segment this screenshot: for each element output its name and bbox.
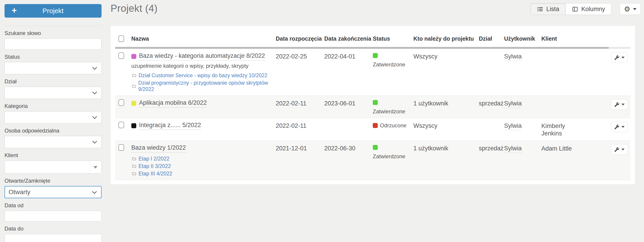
project-department [479, 52, 504, 53]
row-checkbox[interactable] [118, 122, 124, 128]
dzial-select[interactable] [4, 87, 102, 99]
table-row: Baza wiedzy - kategoria automatyzacje 8/… [115, 49, 630, 96]
status-cell: Zatwierdzone [373, 144, 414, 160]
row-checkbox[interactable] [118, 52, 124, 59]
caret-down-icon [622, 57, 624, 58]
data-od-input[interactable] [4, 210, 102, 222]
data-do-input[interactable] [4, 234, 102, 242]
subproject-link[interactable]: Etap III 4/2022 [138, 170, 172, 177]
col-kto-nalezy: Kto należy do projektu [414, 36, 479, 42]
filter-sidebar: + Projekt Szukane słowo Status Dział Kat… [0, 0, 106, 242]
project-name-link[interactable]: Aplikacja mobilna 6/2022 [139, 99, 207, 108]
end-date: 2022-06-30 [324, 144, 373, 152]
status-indicator [373, 100, 378, 105]
project-members: 1 użytkownik [414, 144, 479, 152]
project-client [541, 99, 586, 100]
page-title: Projekt (4) [110, 3, 158, 14]
project-client: Adam Little [541, 144, 586, 152]
settings-dropdown-button[interactable]: ⚙ [620, 3, 641, 15]
status-select[interactable] [4, 62, 102, 74]
caret-down-icon [622, 104, 624, 106]
start-date: 2022-02-25 [276, 52, 324, 60]
row-actions-button[interactable] [611, 122, 628, 132]
view-list-label: Lista [546, 6, 559, 13]
osoba-odpowiedzialna-select[interactable] [4, 136, 102, 148]
sidebar-divider [4, 26, 102, 26]
plus-icon: + [12, 6, 17, 15]
project-color-swatch [131, 54, 136, 59]
kategoria-select[interactable] [4, 111, 102, 124]
keyword-input[interactable] [4, 38, 102, 50]
project-user[interactable]: Sylwia [504, 53, 522, 61]
main-content: Projekt (4) Lista [106, 0, 644, 242]
row-checkbox[interactable] [118, 99, 124, 106]
caret-down-icon [622, 126, 624, 128]
projects-table: Nazwa Data rozpoczęcia Data zakończenia … [110, 26, 635, 184]
view-list-button[interactable]: Lista [530, 3, 566, 15]
otwarte-zamkniete-select[interactable]: Otwarty [4, 186, 102, 198]
folder-icon [132, 156, 136, 161]
end-date [324, 122, 373, 122]
project-user[interactable]: Sylwia [504, 122, 522, 130]
start-date: 2022-02-11 [276, 99, 324, 107]
col-data-rozpoczecia: Data rozpoczęcia [276, 36, 324, 42]
row-actions-button[interactable] [611, 144, 628, 155]
subproject-link[interactable]: Dział Customer Service - wpisy do bazy w… [138, 72, 268, 78]
start-date: 2021-12-01 [276, 144, 324, 152]
view-button-group: Lista Kolumny [530, 3, 612, 15]
osoba-odpowiedzialna-label: Osoba odpowiedzialna [4, 128, 102, 134]
subproject-link[interactable]: Dział programistyczny - przygotowanie op… [138, 80, 276, 92]
view-columns-label: Kolumny [581, 6, 605, 13]
end-date: 2023-06-01 [324, 99, 373, 107]
project-user[interactable]: Sylwia [504, 145, 522, 153]
chevron-down-icon [92, 139, 97, 144]
chevron-down-icon [92, 90, 97, 94]
wrench-icon [614, 55, 620, 60]
project-user[interactable]: Sylwia [504, 100, 522, 108]
status-label: Zatwierdzone [373, 108, 414, 115]
row-actions-button[interactable] [611, 52, 628, 63]
caret-down-icon [94, 166, 98, 169]
status-label: Odrzucone [380, 122, 406, 129]
horizontal-scrollbar[interactable] [115, 47, 630, 49]
topbar: Projekt (4) Lista [110, 0, 641, 26]
project-color-swatch [131, 123, 136, 128]
status-indicator [373, 145, 378, 150]
project-name-link[interactable]: Integracja z...... 5/2022 [139, 122, 201, 130]
project-name-link[interactable]: Baza wiedzy - kategoria automatyzacje 8/… [139, 52, 265, 60]
project-color-swatch [131, 101, 136, 106]
otwarte-zamkniete-value: Otwarty [5, 186, 101, 198]
project-name-link[interactable]: Baza wiedzy 1/2022 [131, 144, 186, 152]
col-status: Status [373, 36, 414, 42]
view-columns-button[interactable]: Kolumny [566, 3, 612, 15]
col-uzytkownik: Użytkownik [504, 36, 541, 42]
klient-combobox[interactable] [4, 160, 102, 174]
new-project-button[interactable]: + Projekt [4, 4, 102, 18]
table-row: Integracja z...... 5/2022 2022-02-11 Odr… [115, 118, 630, 141]
status-cell: Odrzucone [373, 122, 414, 129]
table-row: Aplikacja mobilna 6/2022 2022-02-11 2023… [115, 96, 630, 118]
row-checkbox[interactable] [118, 144, 124, 151]
scrollbar-thumb[interactable] [115, 47, 609, 49]
wrench-icon [614, 124, 620, 130]
folder-icon [132, 164, 136, 168]
col-nazwa: Nazwa [131, 36, 276, 42]
table-header-row: Nazwa Data rozpoczęcia Data zakończenia … [115, 26, 630, 47]
status-indicator [373, 53, 378, 58]
app-root: + Projekt Szukane słowo Status Dział Kat… [0, 0, 644, 242]
status-label: Status [4, 54, 102, 60]
otwarte-zamkniete-label: Otwarte/Zamknięte [4, 178, 102, 184]
status-label: Zatwierdzone [373, 153, 414, 160]
subproject-link[interactable]: Etap II 3/2022 [138, 163, 171, 169]
project-members: Wszyscy [414, 122, 479, 129]
columns-icon [572, 6, 578, 12]
combo-divider [90, 161, 90, 173]
row-actions-button[interactable] [611, 99, 628, 110]
new-project-label: Projekt [42, 7, 64, 14]
subproject-link[interactable]: Etap I 2/2022 [138, 156, 170, 162]
table-row: Baza wiedzy 1/2022 Etap I 2/2022 Etap II… [115, 141, 630, 180]
select-all-checkbox[interactable] [118, 36, 124, 42]
project-department: sprzedaż [479, 144, 504, 152]
status-cell: Zatwierdzone [373, 52, 414, 68]
project-department: sprzedaż [479, 99, 504, 107]
